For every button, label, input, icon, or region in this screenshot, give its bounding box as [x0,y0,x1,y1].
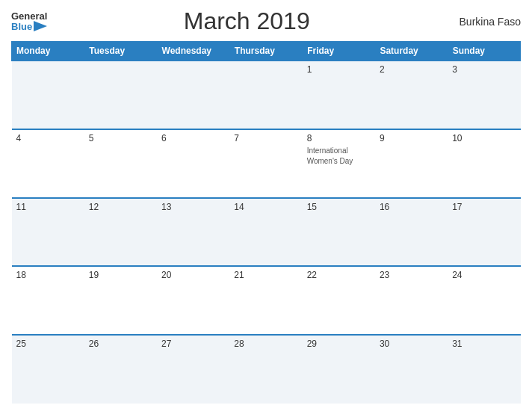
event-text: International Women's Day [307,146,353,165]
day-cell: 20 [157,266,229,335]
week-row-5: 25262728293031 [12,335,521,404]
day-number: 19 [89,270,152,280]
calendar-page: General Blue March 2019 Burkina Faso Mon… [0,0,532,411]
day-cell: 8International Women's Day [303,129,375,198]
day-number: 1 [307,64,371,75]
day-number: 15 [307,202,371,212]
day-cell: 26 [84,335,157,404]
logo: General Blue [11,11,47,31]
calendar-title: March 2019 [47,7,446,35]
day-cell: 13 [157,198,229,267]
logo-general-text: General [11,11,47,21]
day-cell: 29 [303,335,375,404]
day-cell: 2 [375,61,448,129]
day-cell: 16 [375,198,448,267]
day-number: 5 [89,133,152,143]
week-row-1: 123 [12,61,521,129]
header-wednesday: Wednesday [157,42,229,61]
day-cell: 19 [84,266,157,335]
day-cell [84,61,157,129]
day-number: 11 [16,202,80,212]
day-number: 24 [452,270,516,280]
week-row-2: 45678International Women's Day910 [12,129,521,198]
day-number: 18 [16,270,80,280]
day-cell: 17 [448,198,520,267]
day-number: 13 [161,202,225,212]
day-number: 21 [234,270,297,280]
day-cell: 28 [229,335,302,404]
day-cell: 9 [375,129,448,198]
day-number: 8 [307,133,371,143]
header-friday: Friday [303,42,375,61]
calendar-table: Monday Tuesday Wednesday Thursday Friday… [11,41,521,404]
header: General Blue March 2019 Burkina Faso [11,7,521,35]
svg-marker-0 [34,21,47,31]
header-monday: Monday [12,42,84,61]
logo-flag-icon [34,21,47,31]
day-cell: 1 [303,61,375,129]
week-row-3: 11121314151617 [12,198,521,267]
day-cell [157,61,229,129]
day-cell: 18 [12,266,84,335]
day-number: 10 [452,133,516,143]
day-cell [12,61,84,129]
day-cell: 4 [12,129,84,198]
day-number: 2 [380,64,443,75]
day-cell: 10 [448,129,520,198]
day-cell: 11 [12,198,84,267]
day-cell: 21 [229,266,302,335]
header-tuesday: Tuesday [84,42,157,61]
day-cell: 27 [157,335,229,404]
day-number: 22 [307,270,371,280]
day-cell: 24 [448,266,520,335]
day-cell: 5 [84,129,157,198]
day-cell: 23 [375,266,448,335]
day-number: 12 [89,202,152,212]
weekday-header-row: Monday Tuesday Wednesday Thursday Friday… [12,42,521,61]
day-cell: 14 [229,198,302,267]
country-name: Burkina Faso [446,16,521,28]
header-sunday: Sunday [448,42,520,61]
day-number: 30 [380,339,443,349]
day-number: 4 [16,133,80,143]
header-thursday: Thursday [229,42,302,61]
day-cell: 12 [84,198,157,267]
day-cell: 3 [448,61,520,129]
day-number: 27 [161,339,225,349]
day-number: 9 [380,133,443,143]
day-number: 28 [234,339,297,349]
day-number: 3 [452,64,516,75]
day-number: 7 [234,133,297,143]
day-number: 25 [16,339,80,349]
day-cell [229,61,302,129]
logo-blue-text: Blue [11,22,32,31]
day-number: 17 [452,202,516,212]
day-number: 6 [161,133,225,143]
day-cell: 6 [157,129,229,198]
header-saturday: Saturday [375,42,448,61]
day-number: 31 [452,339,516,349]
day-cell: 7 [229,129,302,198]
day-number: 20 [161,270,225,280]
day-number: 16 [380,202,443,212]
day-cell: 25 [12,335,84,404]
day-number: 29 [307,339,371,349]
day-cell: 15 [303,198,375,267]
day-number: 14 [234,202,297,212]
week-row-4: 18192021222324 [12,266,521,335]
day-number: 23 [380,270,443,280]
day-cell: 22 [303,266,375,335]
day-number: 26 [89,339,152,349]
day-cell: 31 [448,335,520,404]
day-cell: 30 [375,335,448,404]
